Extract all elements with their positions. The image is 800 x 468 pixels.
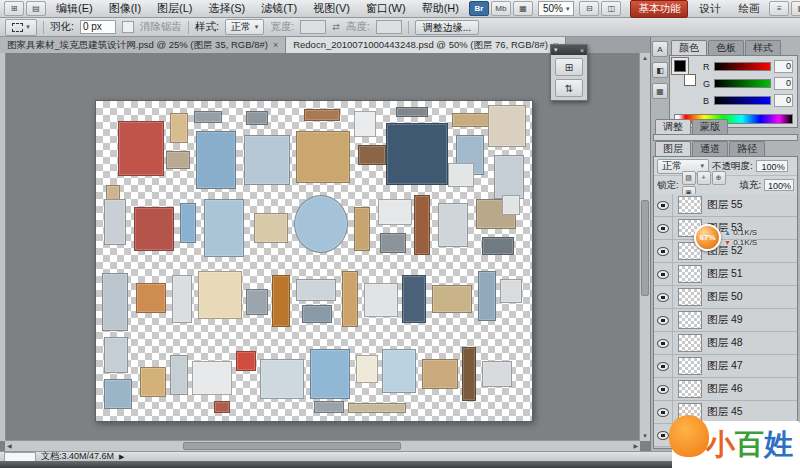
layer-row-4[interactable]: 图层 50 [654, 286, 797, 309]
launch-mini-bridge-icon[interactable]: Mb [491, 1, 511, 16]
horizontal-scroll-thumb[interactable] [183, 442, 401, 450]
scroll-pages-icon[interactable]: ⇅ [555, 79, 583, 97]
layer-visibility-toggle[interactable] [654, 217, 673, 239]
workspace-button-1[interactable]: 设计 [692, 1, 727, 17]
layer-visibility-toggle[interactable] [654, 240, 673, 262]
layer-row-3[interactable]: 图层 51 [654, 263, 797, 286]
feather-input[interactable]: 0 px [80, 20, 116, 34]
background-color-swatch[interactable] [684, 74, 696, 86]
vertical-scroll-thumb[interactable] [641, 200, 649, 295]
foreground-background-swatches[interactable] [674, 60, 698, 86]
antialias-checkbox[interactable] [122, 21, 134, 33]
furniture-sprite [482, 237, 514, 255]
tool-options-bar: ▾ 羽化: 0 px 消除锯齿 样式: 正常 ▾ 宽度: ⇄ 高度: 调整边缘.… [0, 18, 800, 37]
layer-visibility-toggle[interactable] [654, 355, 673, 377]
layer-visibility-toggle[interactable] [654, 401, 673, 423]
menu-item-6[interactable]: 窗口(W) [359, 0, 413, 17]
layer-visibility-toggle[interactable] [654, 194, 673, 216]
zoom-level-select[interactable]: 50% ▾ [538, 1, 575, 16]
layer-row-7[interactable]: 图层 47 [654, 355, 797, 378]
fill-input[interactable]: 100% [764, 179, 794, 191]
color-tab-0[interactable]: 颜色 [671, 40, 707, 55]
layer-visibility-toggle[interactable] [654, 263, 673, 285]
swatch-panel-icon[interactable]: ◧ [652, 62, 668, 78]
channel-value-input[interactable]: 0 [774, 94, 793, 107]
opacity-input[interactable]: 100% [756, 160, 788, 172]
layer-visibility-toggle[interactable] [654, 286, 673, 308]
menu-item-4[interactable]: 滤镜(T) [254, 0, 304, 17]
character-panel-icon[interactable]: A [652, 41, 668, 57]
lock-position-icon[interactable]: ⊕ [712, 171, 726, 185]
screen-mode-icon[interactable]: ◫ [601, 1, 621, 16]
close-icon[interactable]: × [580, 47, 584, 54]
workspace-button-2[interactable]: 绘画 [731, 1, 766, 17]
color-tab-2[interactable]: 样式 [745, 40, 781, 55]
workspace-menu-icon[interactable]: ≡ [769, 1, 789, 16]
layer-row-8[interactable]: 图层 46 [654, 378, 797, 401]
furniture-sprite [260, 359, 304, 399]
status-zoom-field[interactable] [4, 452, 36, 462]
eye-icon [657, 362, 669, 371]
layer-row-5[interactable]: 图层 49 [654, 309, 797, 332]
foreground-color-swatch[interactable] [674, 60, 686, 72]
layer-visibility-toggle[interactable] [654, 332, 673, 354]
scroll-left-icon[interactable]: ◀ [7, 441, 12, 451]
eye-icon [657, 270, 669, 279]
channel-value-input[interactable]: 0 [774, 77, 793, 90]
menu-right-icons: ⊟◫ [579, 1, 621, 16]
lock-transparency-icon[interactable]: ▨ [682, 171, 696, 185]
workspace-button-0[interactable]: 基本功能 [630, 0, 688, 18]
adjust-tab-0[interactable]: 调整 [655, 119, 691, 134]
channel-slider[interactable] [714, 79, 771, 88]
close-tab-icon[interactable]: × [273, 40, 278, 50]
scroll-right-icon[interactable]: ▶ [633, 441, 638, 451]
layer-thumbnail [678, 265, 702, 283]
menu-item-2[interactable]: 图层(L) [150, 0, 199, 17]
arrange-grid-icon[interactable]: ⊞ [555, 58, 583, 76]
furniture-sprite [104, 379, 132, 409]
menu-item-0[interactable]: 编辑(E) [49, 0, 100, 17]
floating-toolbar-titlebar[interactable]: ▾ × [551, 45, 587, 55]
panel-toggle-icon[interactable]: ▤ [26, 1, 46, 16]
swap-dimensions-icon[interactable]: ⇄ [332, 22, 340, 32]
channel-value-input[interactable]: 0 [774, 60, 793, 73]
channel-slider[interactable] [714, 96, 771, 105]
adjustments-panel-tabs: 调整蒙版 [653, 119, 798, 134]
menu-item-3[interactable]: 选择(S) [202, 0, 253, 17]
panel-options-icon[interactable]: ▣ [791, 1, 800, 16]
status-options-arrow-icon[interactable]: ▶ [119, 453, 124, 461]
adjust-tab-1[interactable]: 蒙版 [692, 119, 728, 134]
layers-tab-0[interactable]: 图层 [655, 141, 691, 156]
document-tab-1[interactable]: Redocn_2010071000443248.psd @ 50% (图层 76… [286, 37, 566, 53]
layers-tab-1[interactable]: 通道 [692, 141, 728, 156]
arrange-documents-icon[interactable]: ⊟ [579, 1, 599, 16]
menu-item-1[interactable]: 图像(I) [102, 0, 148, 17]
color-tab-1[interactable]: 色板 [708, 40, 744, 55]
view-extras-icon[interactable]: ▦ [513, 1, 533, 16]
collapse-icon[interactable]: ▾ [554, 46, 558, 54]
width-input[interactable] [300, 20, 326, 34]
marquee-tool-icon[interactable]: ▾ [5, 19, 37, 36]
app-grid-icon[interactable]: ⊞ [4, 1, 24, 16]
menu-item-5[interactable]: 视图(V) [306, 0, 357, 17]
info-panel-icon[interactable]: ▦ [652, 83, 668, 99]
document-tab-0[interactable]: 图家具素材_埃克思建筑设计网.psd @ 25% (图层 35, RGB/8#)… [0, 37, 286, 53]
refine-edge-button[interactable]: 调整边缘... [415, 20, 479, 35]
floating-toolbar-buttons: ⊞⇅ [551, 58, 587, 97]
layers-tab-2[interactable]: 路径 [729, 141, 765, 156]
layer-visibility-toggle[interactable] [654, 378, 673, 400]
launch-bridge-icon[interactable]: Br [469, 1, 489, 16]
channel-slider[interactable] [714, 62, 771, 71]
layer-row-6[interactable]: 图层 48 [654, 332, 797, 355]
document-canvas[interactable] [95, 100, 533, 422]
layer-row-0[interactable]: 图层 55 [654, 194, 797, 217]
style-select[interactable]: 正常 ▾ [225, 19, 265, 35]
layer-visibility-toggle[interactable] [654, 309, 673, 331]
height-input[interactable] [376, 20, 402, 34]
upload-speed: ▲ 0.1K/S [724, 228, 757, 238]
scroll-down-icon[interactable]: ▼ [642, 431, 648, 441]
lock-pixels-icon[interactable]: + [697, 171, 711, 185]
scroll-up-icon[interactable]: ▲ [642, 53, 648, 63]
vertical-scrollbar[interactable]: ▲ ▼ [639, 53, 650, 441]
menu-item-7[interactable]: 帮助(H) [415, 0, 466, 17]
